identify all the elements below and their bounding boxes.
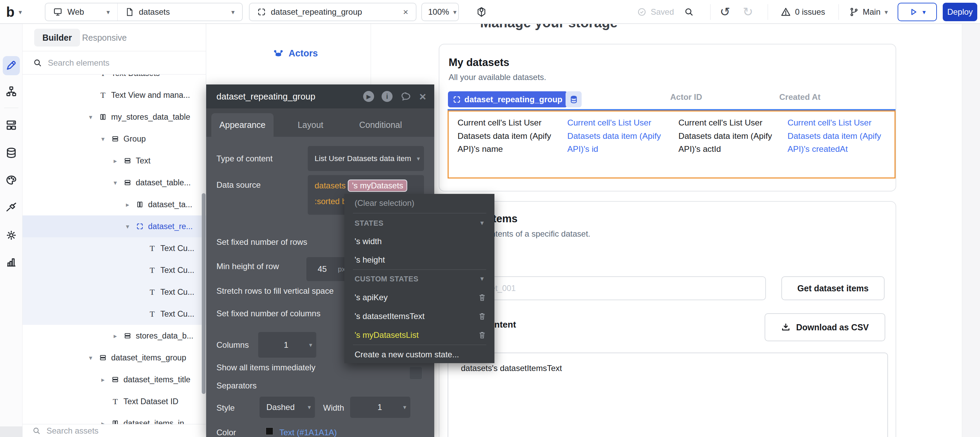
redo-button[interactable]: ↻ <box>743 3 753 21</box>
branch-selector[interactable]: Main ▾ <box>849 3 888 21</box>
download-csv-button[interactable]: Download as CSV <box>765 313 885 341</box>
element-tab[interactable]: dataset_repeating_group × <box>249 3 417 21</box>
get-dataset-items-button[interactable]: Get dataset items <box>781 276 885 300</box>
type-of-content-select[interactable]: List User Datasets data item ▾ <box>308 146 424 171</box>
tree-item-dataset-items-group[interactable]: ▾ dataset_items_group <box>22 347 206 369</box>
palette-icon[interactable] <box>5 174 18 186</box>
undo-button[interactable]: ↺ <box>720 3 730 21</box>
dataset-output-box: datasets's datasetItemsText <box>448 353 888 437</box>
close-icon[interactable]: × <box>419 90 426 103</box>
text-element-icon: T <box>148 244 157 253</box>
caret-down-icon[interactable]: ▾ <box>86 354 95 362</box>
menu-item-apikey[interactable]: 's apiKey <box>355 293 388 302</box>
property-editor-header[interactable]: dataset_repeating_group ▶ i × <box>206 84 434 108</box>
tree-item-dataset-ta[interactable]: ▸ dataset_ta... <box>22 194 206 215</box>
tree-item-text-dataset-id[interactable]: T Text Dataset ID <box>22 391 206 412</box>
menu-item-mydatasetslist[interactable]: 's myDatasetsList <box>355 330 418 340</box>
caret-right-icon[interactable]: ▸ <box>111 157 119 165</box>
tree-item-text-cu-1[interactable]: T Text Cu... <box>22 237 206 259</box>
tab-conditional[interactable]: Conditional <box>353 113 408 137</box>
page-selector[interactable]: datasets ▾ <box>118 7 242 17</box>
tree-item-group[interactable]: ▾ Group <box>22 128 206 150</box>
cell-actid-expression[interactable]: Current cell's List User Datasets data i… <box>678 116 781 156</box>
database-icon[interactable] <box>5 147 18 159</box>
columns-label: Columns <box>216 340 249 350</box>
color-value-link[interactable]: Text (#1A1A1A) <box>279 428 337 437</box>
info-button[interactable]: i <box>382 91 393 102</box>
repeating-group-icon <box>453 95 461 103</box>
pencil-icon[interactable] <box>5 59 17 71</box>
device-selector[interactable]: Web ▾ <box>46 7 117 17</box>
comment-button[interactable] <box>400 91 412 102</box>
menu-item-create-custom-state[interactable]: Create a new custom state... <box>355 350 459 359</box>
tree-item-stores-data-b[interactable]: ▸ stores_data_b... <box>22 325 206 347</box>
tree-item-text[interactable]: ▸ Text <box>22 150 206 172</box>
branch-icon <box>849 7 859 17</box>
cell-name-expression[interactable]: Current cell's List User Datasets data i… <box>458 116 563 156</box>
menu-header-states[interactable]: STATES <box>355 219 383 228</box>
tree-item-text-view[interactable]: T Text View and mana... <box>22 84 206 106</box>
menu-item-height[interactable]: 's height <box>355 255 385 265</box>
menu-header-custom-states[interactable]: CUSTOM STATES <box>355 275 418 283</box>
caret-right-icon[interactable]: ▸ <box>123 201 132 208</box>
trash-icon[interactable] <box>478 312 486 320</box>
trash-icon[interactable] <box>478 293 486 302</box>
tree-item-dataset-table[interactable]: ▾ dataset_table... <box>22 172 206 194</box>
zoom-selector[interactable]: 100% ▾ <box>421 3 459 21</box>
component-library-button[interactable] <box>476 3 487 21</box>
search-icon <box>32 426 41 435</box>
deploy-button[interactable]: Deploy <box>943 3 977 21</box>
run-workflows-button[interactable]: ▶ <box>363 91 374 102</box>
tree-item-dataset-items-title[interactable]: ▸ dataset_items_title <box>22 369 206 391</box>
caret-down-icon[interactable]: ▾ <box>99 135 107 143</box>
tree-item-text-cu-3[interactable]: T Text Cu... <box>22 281 206 303</box>
search-elements-input[interactable] <box>48 58 178 68</box>
menu-item-width[interactable]: 's width <box>355 237 382 246</box>
menu-item-datasetitemstext[interactable]: 's datasetItemsText <box>355 311 425 321</box>
issues-indicator[interactable]: 0 issues <box>781 3 825 21</box>
tree-item-text-cu-2[interactable]: T Text Cu... <box>22 259 206 281</box>
text-element-icon: T <box>148 288 157 296</box>
tree-scrollbar[interactable] <box>202 193 205 394</box>
plugin-icon[interactable] <box>5 202 18 214</box>
search-button[interactable] <box>684 3 694 21</box>
app-menu[interactable]: b ▾ <box>6 3 22 21</box>
comment-icon <box>400 91 412 102</box>
tab-appearance[interactable]: Appearance <box>211 113 274 137</box>
selected-element-badge[interactable]: dataset_repeating_group <box>448 91 567 107</box>
show-all-checkbox[interactable] <box>409 367 422 380</box>
search-assets-input[interactable] <box>46 426 177 435</box>
tab-layout[interactable]: Layout <box>288 113 333 137</box>
gear-icon[interactable] <box>5 229 18 242</box>
tree-item-my-stores-data-table[interactable]: ▾ my_stores_data_table <box>22 106 206 128</box>
repeating-group-bounds[interactable]: Current cell's List User Datasets data i… <box>448 110 896 178</box>
cell-createdat-expression[interactable]: Current cell's List User Datasets data i… <box>788 116 902 156</box>
expression-token-mydatasets[interactable]: 's myDatasets <box>348 180 407 192</box>
tab-builder[interactable]: Builder <box>34 29 80 46</box>
nav-item-actors[interactable]: Actors <box>273 48 318 59</box>
cell-id-expression[interactable]: Current cell's List User Datasets data i… <box>567 116 670 156</box>
rail-footer <box>0 426 22 437</box>
caret-right-icon[interactable]: ▸ <box>111 332 119 340</box>
data-source-chip[interactable] <box>566 91 582 107</box>
columns-select[interactable]: 1 ▾ <box>258 332 316 358</box>
preview-button[interactable]: ▾ <box>897 3 937 21</box>
caret-down-icon[interactable]: ▾ <box>111 179 119 187</box>
tree-item-dataset-repeating-group-selected[interactable]: ▾ dataset_re... <box>22 215 206 237</box>
close-icon[interactable]: × <box>403 7 408 17</box>
caret-right-icon[interactable]: ▸ <box>99 376 107 384</box>
tree-item-text-cu-4[interactable]: T Text Cu... <box>22 303 206 325</box>
separator-style-select[interactable]: Dashed ▾ <box>259 397 315 418</box>
color-swatch[interactable] <box>266 427 273 435</box>
separator-width-select[interactable]: 1 ▾ <box>350 397 410 418</box>
menu-item-clear-selection[interactable]: (Clear selection) <box>355 198 414 208</box>
caret-down-icon[interactable]: ▾ <box>123 222 132 230</box>
trash-icon[interactable] <box>478 331 486 339</box>
dataset-id-input[interactable] <box>448 276 766 300</box>
chart-icon[interactable] <box>5 256 18 268</box>
caret-down-icon[interactable]: ▾ <box>86 113 95 121</box>
components-icon[interactable] <box>5 119 18 131</box>
tab-responsive[interactable]: Responsive <box>82 29 127 46</box>
style-label: Style <box>216 403 235 413</box>
sitemap-icon[interactable] <box>5 86 17 97</box>
